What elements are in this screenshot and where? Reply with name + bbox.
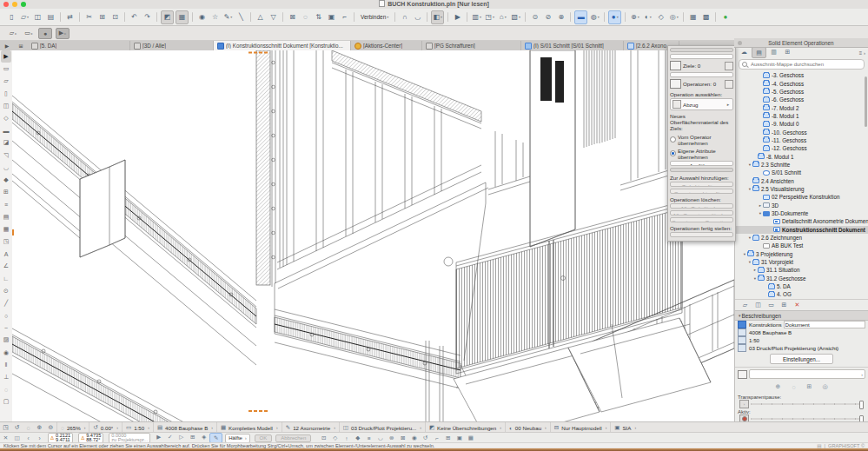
- send-backward-icon[interactable]: ▽: [268, 11, 279, 23]
- slider-thumb[interactable]: [859, 415, 864, 421]
- delete-all-operators-button[interactable]: Alle Operatoren löschen: [670, 210, 733, 216]
- undo-icon[interactable]: ↶: [129, 11, 140, 23]
- join-menu[interactable]: Verbinden: [358, 11, 391, 23]
- add-target-button[interactable]: Als Ziel hinzufügen: [670, 54, 733, 59]
- grid-options-icon[interactable]: ⊞: [442, 434, 454, 442]
- slider-track[interactable]: [751, 403, 864, 405]
- cursor-icon[interactable]: ▶: [452, 11, 463, 23]
- status-green-icon[interactable]: ●: [719, 11, 731, 23]
- walkthrough-icon[interactable]: ⊕: [629, 11, 640, 23]
- tree-item[interactable]: Detailschnitt Axonometrie Dokument: [735, 217, 868, 225]
- element-popup-icon[interactable]: ▭: [23, 29, 35, 38]
- separator[interactable]: [525, 12, 526, 22]
- palette-section-new-operation[interactable]: Neue Solid-Elementbearbeit...: [670, 48, 733, 52]
- slider-thumb[interactable]: [859, 401, 864, 409]
- mesh-tool-icon[interactable]: ▦: [1, 223, 11, 235]
- marker-icon[interactable]: ◇: [655, 11, 666, 23]
- tree-item[interactable]: -8. Modul 1: [735, 152, 868, 160]
- add-operator-button[interactable]: Als Operator hinzufügen: [670, 72, 733, 77]
- guide-lines-icon[interactable]: ▶: [153, 433, 164, 441]
- separator[interactable]: [192, 12, 193, 22]
- slider-track[interactable]: [751, 418, 864, 420]
- mirror-input-icon[interactable]: ⊠: [397, 434, 408, 442]
- dimension-tool-icon[interactable]: ∠: [1, 260, 11, 272]
- home-icon[interactable]: ⌂: [497, 11, 508, 23]
- new-viewpoint-icon[interactable]: ▱: [739, 301, 752, 309]
- tree-item[interactable]: ▾ 2.3 Schnitte: [735, 161, 868, 169]
- tab-konstruktionsschnitt[interactable]: (I) Konstruktionsschnitt Dokument [Konst…: [214, 41, 351, 50]
- bring-forward-icon[interactable]: △: [255, 11, 266, 23]
- tree-item[interactable]: -6. Geschoss: [735, 96, 868, 103]
- next-icon[interactable]: ›: [34, 434, 45, 442]
- tree-item[interactable]: -10. Geschoss: [735, 128, 868, 136]
- scale-row[interactable]: 1:50: [735, 336, 868, 344]
- tree-item[interactable]: 02 Perspektive Konstruktion: [735, 193, 868, 201]
- tree-item[interactable]: ▾ 2.5 Visualisierung: [735, 185, 868, 193]
- delete-common-operations-button[interactable]: Gemeinsame Operationen lösche: [670, 217, 733, 222]
- tree-item[interactable]: ▾ 31.2 Geschosse: [735, 275, 868, 282]
- pan-icon[interactable]: ◳: [0, 423, 11, 432]
- window-tool-icon[interactable]: ◫: [1, 100, 11, 112]
- tree-item[interactable]: ▸ 3D: [735, 202, 868, 209]
- schedule-icon[interactable]: ▦: [687, 11, 699, 23]
- new-document-icon[interactable]: ▯: [6, 11, 17, 23]
- spline-tool-icon[interactable]: ~: [1, 322, 11, 334]
- switch-reference-icon[interactable]: ⊞: [805, 382, 815, 391]
- text-tool-icon[interactable]: A: [1, 248, 11, 260]
- tree-item[interactable]: -3. Geschoss: [735, 71, 868, 79]
- add-targets-button[interactable]: Ziele hinzufügen: [670, 182, 733, 187]
- separator[interactable]: [447, 12, 448, 22]
- relative-coords-icon[interactable]: ▷: [176, 433, 187, 441]
- separator[interactable]: [604, 12, 605, 22]
- separator[interactable]: [427, 12, 427, 22]
- redo-icon[interactable]: ↷: [142, 11, 153, 23]
- elevation-tool-icon[interactable]: ⊥: [1, 371, 11, 383]
- snap-fraction-combo[interactable]: Hälfte ›: [225, 434, 249, 443]
- morph-tool-icon[interactable]: ◆: [1, 174, 11, 186]
- line-tool-icon[interactable]: ╱: [1, 297, 11, 309]
- beam-tool-icon[interactable]: ▬: [1, 124, 11, 136]
- delete-icon[interactable]: ✕: [791, 301, 804, 309]
- trace-reference-select[interactable]: ›: [749, 369, 865, 379]
- tab-overview-icon[interactable]: ⊞: [14, 41, 28, 50]
- tree-item[interactable]: ▾ 3 Projektierung: [735, 250, 868, 258]
- snap-points-icon[interactable]: ▦: [465, 434, 476, 442]
- tree-item[interactable]: -11. Geschoss: [735, 136, 868, 144]
- comment-icon[interactable]: ◡: [412, 11, 423, 23]
- palette-section-edit-operation[interactable]: Elementbearbeitung bearbeit...: [670, 168, 733, 172]
- navigator-menu-icon[interactable]: ≡ ›: [859, 50, 865, 56]
- layout-book-icon[interactable]: ⊞: [781, 47, 794, 56]
- separator[interactable]: [282, 12, 283, 22]
- active-slider[interactable]: [739, 415, 864, 421]
- view-map-icon[interactable]: ▥: [767, 47, 780, 56]
- descriptions-header[interactable]: Beschreibungen: [735, 310, 868, 321]
- stair-tool-icon[interactable]: ≡: [1, 198, 11, 210]
- layers-icon[interactable]: ◧: [431, 10, 444, 24]
- camera-settings-icon[interactable]: ◎: [668, 11, 679, 23]
- active-color-chip-icon[interactable]: [739, 415, 749, 421]
- settings-button[interactable]: Einstellungen...: [770, 354, 833, 364]
- rotate-input-icon[interactable]: ⊗: [386, 434, 397, 442]
- separator[interactable]: [79, 12, 80, 22]
- zoom-in-icon[interactable]: ⊕: [34, 423, 45, 432]
- zoom-out-icon[interactable]: ⊖: [45, 423, 56, 432]
- shadow-icon[interactable]: ◐: [642, 11, 653, 23]
- undo-input-icon[interactable]: ↺: [420, 434, 431, 442]
- gravity-icon[interactable]: ◈: [198, 433, 209, 441]
- detail-tool-icon[interactable]: ◌: [1, 383, 11, 395]
- gravity-element-icon[interactable]: ◆: [352, 434, 363, 442]
- tree-scrollbar[interactable]: [865, 76, 867, 127]
- teamwork-cloud-icon[interactable]: ☁: [738, 47, 751, 56]
- adjust-icon[interactable]: ⇅: [313, 11, 324, 23]
- operation-select[interactable]: Abzug ▸: [670, 98, 733, 110]
- cancel-button[interactable]: Abbrechen: [275, 434, 311, 442]
- tab-5-da[interactable]: [5. DA]: [28, 41, 130, 50]
- new-folder-icon[interactable]: ▭: [765, 301, 778, 309]
- tree-item[interactable]: 5. DA: [735, 282, 868, 290]
- transparency-slider[interactable]: ›: [739, 401, 864, 408]
- tab-cursor-icon[interactable]: ▶: [0, 41, 14, 50]
- trim-icon[interactable]: ⊠: [287, 11, 298, 23]
- arrow-tool-icon[interactable]: ◩: [161, 10, 174, 24]
- tab-aktions-center[interactable]: [Aktions-Center]: [351, 41, 422, 50]
- column-tool-icon[interactable]: ◇: [1, 112, 11, 124]
